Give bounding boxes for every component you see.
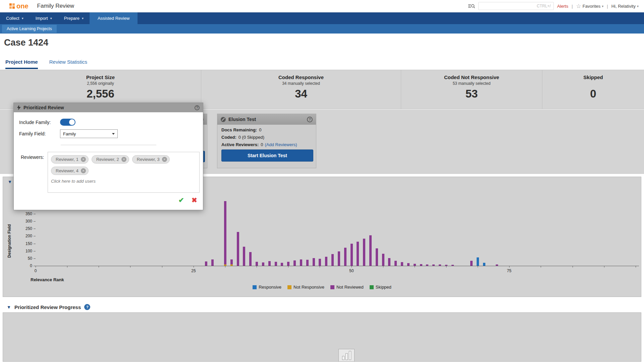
remove-chip-icon[interactable]: × (162, 157, 167, 162)
chart-bar (401, 262, 403, 266)
nav-item-assisted-review[interactable]: Assisted Review (90, 12, 138, 24)
stat-label: Skipped (542, 74, 644, 80)
user-menu[interactable]: Hi, Relativity ▾ (611, 4, 639, 9)
elusion-body: Docs Remaining:0 Coded:0 (0 Skipped) Act… (217, 125, 316, 162)
chart-bar (369, 235, 372, 266)
confirm-button[interactable]: ✔ (178, 196, 184, 204)
chart-bar (351, 244, 353, 266)
y-tick-label: 200 (19, 234, 32, 238)
remove-chip-icon[interactable]: × (81, 157, 86, 162)
search-input[interactable] (478, 2, 554, 10)
chart-bar (237, 232, 239, 266)
start-elusion-test-button[interactable]: Start Elusion Test (221, 149, 313, 162)
modal-header: Prioritized Review ? (14, 103, 203, 112)
logo-square (9, 3, 12, 6)
x-axis-tick (541, 266, 541, 267)
help-icon[interactable]: ? (84, 304, 90, 310)
chart-bar (325, 257, 327, 266)
reviewer-chips: Reviewer, 1 × Reviewer, 2 × Reviewer, 3 … (51, 155, 196, 175)
chart-bar (382, 254, 384, 266)
x-tick-label: 75 (502, 268, 516, 273)
chart-bar (243, 247, 245, 266)
stat-sub (542, 81, 644, 86)
chevron-down-icon: ▾ (82, 16, 84, 20)
subnav-item-active-learning-projects[interactable]: Active Learning Projects (2, 25, 57, 33)
stat-value: 53 (401, 87, 542, 100)
chart-bar (275, 262, 277, 266)
y-tick-label: 150 (19, 241, 32, 246)
row-label: Active Reviewers: (221, 142, 259, 147)
row-label: Coded: (221, 135, 236, 140)
tab-project-home[interactable]: Project Home (5, 59, 38, 69)
legend-swatch (253, 285, 257, 289)
chart-legend: ResponsiveNot ResponsiveNot ReviewedSkip… (3, 285, 641, 290)
help-icon[interactable]: ? (195, 105, 200, 110)
chart-bar (363, 239, 365, 266)
stat-sub: 2,556 originally (0, 81, 201, 86)
chevron-down-icon: ▾ (637, 4, 639, 8)
x-axis-tick (130, 266, 130, 267)
x-axis-tick (67, 266, 67, 267)
toggle-knob (69, 119, 75, 125)
chevron-down-icon: ▾ (602, 4, 603, 8)
row-value: 0 (259, 127, 261, 132)
y-axis-tick (34, 251, 36, 251)
stat-coded-not-responsive: Coded Not Responsive 53 manually selecte… (401, 70, 542, 109)
logo-text: one (16, 2, 29, 10)
add-users-placeholder[interactable]: Click here to add users (51, 179, 196, 184)
stat-label: Coded Not Responsive (401, 74, 542, 80)
y-axis-tick (34, 266, 36, 266)
chart-bar (256, 262, 258, 266)
alerts-link[interactable]: Alerts (557, 4, 568, 9)
card-header: Elusion Test ? (217, 114, 316, 125)
user-label: Hi, Relativity (611, 4, 636, 9)
chart-bar (414, 264, 416, 266)
chart-bar (306, 260, 309, 266)
nav-label: Import (36, 16, 48, 21)
y-axis-tick (34, 258, 36, 259)
add-reviewers-link[interactable]: (Add Reviewers) (265, 142, 297, 147)
legend-label: Skipped (376, 285, 391, 290)
sub-nav: Active Learning Projects (0, 24, 644, 34)
chart-bar (262, 262, 264, 266)
stat-coded-responsive: Coded Responsive 34 manually selected 34 (201, 70, 401, 109)
y-tick-label: 300 (19, 219, 32, 224)
family-field-select[interactable]: Family (60, 129, 118, 138)
remove-chip-icon[interactable]: × (121, 157, 126, 162)
chart-bar (407, 263, 410, 266)
cancel-button[interactable]: ✖ (192, 196, 197, 204)
chip-label: Reviewer, 2 (96, 157, 119, 162)
collapse-progress-toggle[interactable]: ▼ (7, 305, 11, 310)
x-axis-tick (288, 266, 288, 267)
chart-bar (388, 258, 390, 266)
nav-item-prepare[interactable]: Prepare ▾ (58, 12, 90, 24)
x-axis-tick (415, 266, 415, 267)
chip-label: Reviewer, 3 (137, 157, 160, 162)
y-axis-tick (34, 229, 36, 229)
x-axis-tick (99, 266, 99, 267)
remove-chip-icon[interactable]: × (81, 168, 86, 173)
x-axis-tick (257, 266, 257, 267)
chart-bar (470, 261, 473, 266)
x-axis-tick (509, 266, 509, 267)
search-icon[interactable] (468, 4, 475, 9)
help-icon[interactable]: ? (307, 117, 313, 122)
elusion-icon (221, 117, 226, 122)
tab-review-statistics[interactable]: Review Statistics (49, 59, 87, 69)
chart-bar (394, 261, 397, 266)
stat-value: 2,556 (0, 87, 201, 100)
chart-bar (224, 201, 226, 264)
progress-section-header: ▼ Prioritized Review Progress ? (0, 302, 644, 312)
modal-body: Include Family: Family Field: Family Rev… (14, 112, 203, 210)
nav-label: Prepare (64, 16, 79, 21)
logo-square (12, 3, 15, 6)
favorites-menu[interactable]: ☆ Favorites ▾ (576, 3, 604, 9)
x-tick-label: 0 (29, 268, 42, 273)
reviewers-box[interactable]: Reviewer, 1 × Reviewer, 2 × Reviewer, 3 … (48, 152, 200, 193)
chart-bar (249, 252, 252, 266)
legend-label: Responsive (259, 285, 281, 290)
logo-square (12, 6, 15, 9)
nav-item-collect[interactable]: Collect ▾ (0, 12, 30, 24)
nav-item-import[interactable]: Import ▾ (30, 12, 58, 24)
include-family-toggle[interactable] (60, 119, 75, 126)
